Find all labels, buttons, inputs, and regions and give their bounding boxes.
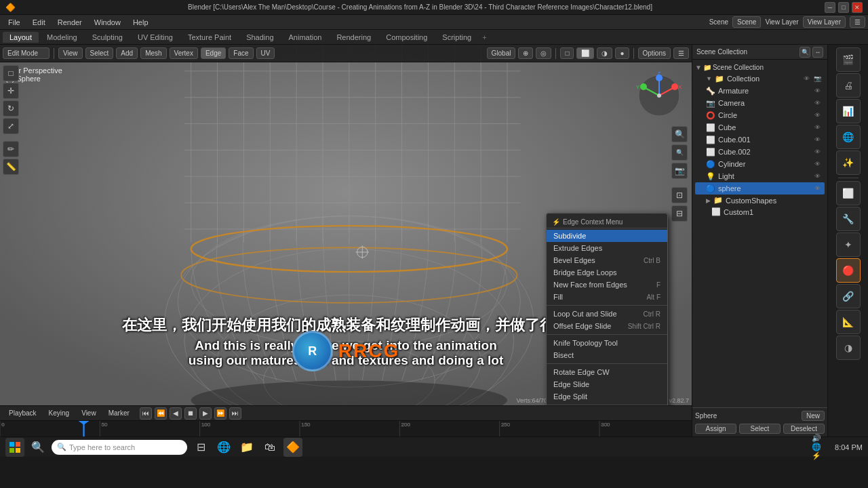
timeline-playback-menu[interactable]: Playback — [4, 407, 41, 419]
gizmo-menu[interactable]: ☰ — [673, 47, 689, 59]
material-btn[interactable]: ◑ — [597, 47, 612, 59]
timeline-view-menu[interactable]: View — [77, 407, 101, 419]
ctx-item-offset-edge-slide[interactable]: Offset Edge SlideShift Ctrl R — [547, 320, 667, 332]
tab-layout[interactable]: Layout — [3, 32, 39, 43]
deselect-btn[interactable]: Deselect — [783, 424, 825, 434]
timeline-track[interactable]: 0 50 100 150 200 250 300 — [0, 421, 692, 436]
armature-vis[interactable]: 👁 — [812, 86, 822, 96]
local-view-btn[interactable]: ⊡ — [671, 187, 688, 203]
visibility-icon[interactable]: 👁 — [802, 74, 811, 83]
store-icon[interactable]: 🛍 — [260, 438, 279, 457]
menu-edit[interactable]: Edit — [27, 17, 51, 28]
minimize-button[interactable]: ─ — [825, 2, 835, 13]
camera-view-btn[interactable]: 📷 — [671, 163, 688, 179]
light-vis[interactable]: 👁 — [812, 171, 822, 181]
step-back-btn[interactable]: ⏪ — [155, 407, 167, 420]
select-menu-btn[interactable]: Select — [85, 47, 114, 59]
collection-header[interactable]: ▼ 📁 Scene Collection — [695, 62, 825, 73]
proportional-btn[interactable]: ◎ — [536, 47, 551, 59]
ctx-item-new-face-from-edges[interactable]: New Face from EdgesF — [547, 279, 667, 291]
system-tray-icons[interactable]: 🔊 🌐 ⚡ — [812, 438, 831, 457]
play-btn[interactable]: ▶ — [199, 407, 212, 420]
viewport-gizmo[interactable]: Z X Y — [632, 68, 686, 123]
frame-all-btn[interactable]: ⊟ — [671, 205, 688, 222]
cube001-vis[interactable]: 👁 — [812, 135, 822, 144]
face-menu-btn[interactable]: Face — [229, 47, 253, 59]
menu-file[interactable]: File — [3, 17, 26, 28]
outliner-item-cylinder[interactable]: 🔵 Cylinder 👁 — [695, 158, 825, 170]
output-props-btn[interactable]: 🖨 — [836, 73, 861, 98]
particle-props-btn[interactable]: ✦ — [836, 232, 861, 257]
vertex-menu-btn[interactable]: Vertex — [170, 47, 198, 59]
view-layer-props-btn[interactable]: 📊 — [836, 99, 861, 123]
step-fwd-btn[interactable]: ⏩ — [214, 407, 226, 420]
search-taskbar-icon[interactable]: 🔍 — [28, 438, 47, 457]
add-menu-btn[interactable]: Add — [116, 47, 138, 59]
tab-uv-editing[interactable]: UV Editing — [131, 32, 180, 43]
view-layer-selector[interactable]: View Layer — [803, 16, 846, 28]
scene-selector[interactable]: Scene — [732, 16, 761, 28]
tab-rendering[interactable]: Rendering — [330, 32, 378, 43]
ctx-item-extrude-edges[interactable]: Extrude Edges — [547, 242, 667, 254]
outliner-item-cube001[interactable]: ⬜ Cube.001 👁 — [695, 134, 825, 146]
viewport-options[interactable]: Global — [487, 47, 516, 59]
ctx-item-edge-slide[interactable]: Edge Slide — [547, 378, 667, 390]
tab-shading[interactable]: Shading — [239, 32, 280, 43]
uv-menu-btn[interactable]: UV — [256, 47, 275, 59]
ctx-item-loop-cut-and-slide[interactable]: Loop Cut and SlideCtrl R — [547, 308, 667, 320]
camera-vis[interactable]: 👁 — [812, 98, 822, 108]
zoom-out-btn[interactable]: 🔍 — [671, 144, 688, 161]
circle-vis[interactable]: 👁 — [812, 110, 822, 120]
tab-compositing[interactable]: Compositing — [379, 32, 434, 43]
outliner-item-sphere[interactable]: 🔵 sphere 👁 — [695, 182, 825, 195]
file-explorer-icon[interactable]: 📁 — [237, 438, 256, 457]
outliner-item-cube002[interactable]: ⬜ Cube.002 👁 — [695, 146, 825, 158]
play-reverse-btn[interactable]: ◀ — [170, 407, 182, 420]
ctx-item-subdivide[interactable]: Subdivide — [547, 230, 667, 242]
rendered-btn[interactable]: ● — [615, 47, 629, 59]
assign-btn[interactable]: Assign — [695, 424, 736, 434]
select-material-btn[interactable]: Select — [739, 424, 781, 434]
new-material-btn[interactable]: New — [802, 411, 825, 421]
timeline-keying-menu[interactable]: Keying — [44, 407, 75, 419]
outliner-item-armature[interactable]: 🦴 Armature 👁 — [695, 85, 825, 97]
outliner-sync-btn[interactable]: ↔ — [812, 47, 823, 58]
jump-start-btn[interactable]: ⏮ — [140, 407, 152, 420]
physics-props-btn[interactable]: 🔴 — [836, 258, 861, 283]
tab-animation[interactable]: Animation — [282, 32, 329, 43]
edge-icon[interactable]: 🌐 — [214, 438, 233, 457]
outliner-item-circle[interactable]: ⭕ Circle 👁 — [695, 109, 825, 121]
tab-texture-paint[interactable]: Texture Paint — [181, 32, 238, 43]
stop-btn[interactable]: ⏹ — [184, 407, 197, 420]
solid-btn[interactable]: ⬜ — [576, 47, 594, 59]
ctx-item-rotate-edge-cw[interactable]: Rotate Edge CW — [547, 366, 667, 378]
outliner-item-customshapes[interactable]: ▶ 📁 CustomShapes — [695, 195, 825, 206]
select-box-tool[interactable]: □ — [3, 65, 19, 81]
tab-scripting[interactable]: Scripting — [435, 32, 478, 43]
outliner-item-collection[interactable]: ▼ 📁 Collection 👁 📷 — [695, 73, 825, 85]
header-menu-btn[interactable]: ☰ — [850, 16, 865, 28]
move-tool[interactable]: ✛ — [3, 83, 19, 99]
mode-selector[interactable]: Edit Mode — [3, 47, 50, 59]
menu-window[interactable]: Window — [89, 17, 126, 28]
edge-menu-btn[interactable]: Edge — [201, 47, 226, 59]
outliner-filter-btn[interactable]: 🔍 — [800, 47, 810, 58]
menu-render[interactable]: Render — [52, 17, 87, 28]
mesh-menu-btn[interactable]: Mesh — [140, 47, 166, 59]
wireframe-btn[interactable]: □ — [560, 47, 574, 59]
cube002-vis[interactable]: 👁 — [812, 147, 822, 157]
taskbar-search[interactable]: 🔍 Type here to search — [52, 440, 187, 455]
close-button[interactable]: ✕ — [852, 2, 863, 13]
add-workspace-btn[interactable]: + — [482, 33, 486, 41]
ctx-item-bevel-edges[interactable]: Bevel EdgesCtrl B — [547, 254, 667, 266]
viewport-3d[interactable]: User Perspective (1) Sphere Z X — [0, 45, 692, 405]
menu-help[interactable]: Help — [127, 17, 154, 28]
cube-vis[interactable]: 👁 — [812, 123, 822, 132]
tab-sculpting[interactable]: Sculpting — [85, 32, 130, 43]
object-data-props-btn[interactable]: 📐 — [836, 310, 861, 334]
world-props-btn[interactable]: ✨ — [836, 150, 861, 175]
blender-icon[interactable]: 🔶 — [283, 438, 302, 457]
outliner-item-custom1[interactable]: ⬜ Custom1 — [695, 206, 825, 218]
jump-end-btn[interactable]: ⏭ — [229, 407, 241, 420]
ctx-item-bisect[interactable]: Bisect — [547, 349, 667, 361]
